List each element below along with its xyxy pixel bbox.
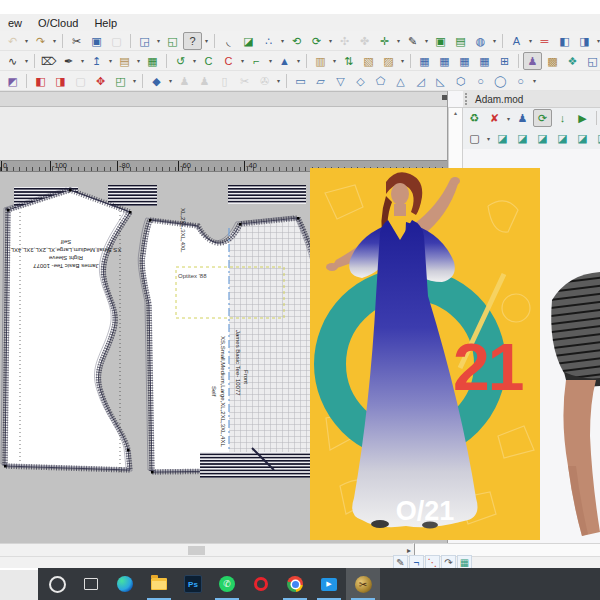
optitex-button[interactable]: ✂: [346, 568, 380, 600]
ghost-cut-icon[interactable]: ✂: [235, 72, 254, 90]
dropdown-caret-icon[interactable]: ▾: [79, 57, 86, 64]
dropdown-caret-icon[interactable]: ▾: [267, 57, 274, 64]
shape-left-triangle-icon[interactable]: ◺: [431, 72, 450, 90]
remove-cloth-icon[interactable]: ✘: [485, 109, 504, 127]
file-explorer-button[interactable]: [142, 568, 176, 600]
measurement-table-icon[interactable]: ▦: [435, 52, 454, 70]
sync-3d-icon[interactable]: ⟳: [533, 109, 552, 127]
undo-icon[interactable]: ↶: [3, 32, 22, 50]
pin-tool-icon[interactable]: ✇: [255, 72, 274, 90]
refresh-cloth-icon[interactable]: ♻: [465, 109, 484, 127]
globe-icon[interactable]: ◍: [471, 32, 490, 50]
shape-ellipse-icon[interactable]: ◯: [491, 72, 510, 90]
cut-icon[interactable]: ✂: [67, 32, 86, 50]
render-poster[interactable]: 21 O/21: [310, 168, 540, 540]
cube-tool-1-icon[interactable]: ◪: [493, 129, 512, 147]
curve-c2-icon[interactable]: C: [219, 52, 238, 70]
stamp-icon[interactable]: ✣: [335, 32, 354, 50]
grid-box-icon[interactable]: ▦: [143, 52, 162, 70]
dropdown-caret-icon[interactable]: ▾: [51, 37, 58, 44]
dropdown-caret-icon[interactable]: ▾: [399, 57, 406, 64]
notch-tool-icon[interactable]: ✎: [393, 555, 408, 569]
window-tool-icon[interactable]: ◱: [583, 52, 600, 70]
piece-fold-icon[interactable]: ◧: [555, 32, 574, 50]
doc-lines-icon[interactable]: ▥: [311, 52, 330, 70]
fabric-grid-icon[interactable]: ▩: [543, 52, 562, 70]
add-point-icon[interactable]: ✛: [375, 32, 394, 50]
dropdown-caret-icon[interactable]: ▾: [531, 77, 538, 84]
dropdown-caret-icon[interactable]: ▾: [527, 37, 534, 44]
chrome-button[interactable]: [278, 568, 312, 600]
swap-vertical-icon[interactable]: ⇅: [339, 52, 358, 70]
new-piece-icon[interactable]: ▤: [451, 32, 470, 50]
thread-needle-icon[interactable]: ↷: [441, 555, 456, 569]
cube-tool-3-icon[interactable]: ◪: [533, 129, 552, 147]
avatar-striped-tee[interactable]: [540, 268, 600, 543]
scrollbar-thumb[interactable]: [188, 546, 205, 555]
dropdown-caret-icon[interactable]: ▾: [155, 37, 162, 44]
menu-item-ocloud[interactable]: O/Cloud: [30, 16, 86, 30]
avatar-doc-icon[interactable]: ♟: [513, 109, 532, 127]
new-doc-icon[interactable]: ▤: [115, 52, 134, 70]
shape-rect-icon[interactable]: ▭: [291, 72, 310, 90]
paste-icon[interactable]: ▢: [107, 32, 126, 50]
walk-pieces-icon[interactable]: ♟: [175, 72, 194, 90]
dropdown-caret-icon[interactable]: ▾: [395, 37, 402, 44]
drop-cloth-icon[interactable]: ↓: [553, 109, 572, 127]
seam-outer-icon[interactable]: ⟲: [287, 32, 306, 50]
shape-oval-icon[interactable]: ○: [511, 72, 530, 90]
dropdown-caret-icon[interactable]: ▾: [135, 57, 142, 64]
shape-hexagon-icon[interactable]: ⬡: [451, 72, 470, 90]
redo-icon[interactable]: ↷: [31, 32, 50, 50]
move-point-icon[interactable]: ↥: [87, 52, 106, 70]
rotate-ccw-icon[interactable]: ↺: [171, 52, 190, 70]
cube-tool-4-icon[interactable]: ◪: [553, 129, 572, 147]
photoshop-button[interactable]: Ps: [176, 568, 210, 600]
horizontal-scrollbar[interactable]: ▸: [0, 543, 413, 556]
dropdown-caret-icon[interactable]: ▾: [295, 57, 302, 64]
dropdown-caret-icon[interactable]: ▾: [331, 57, 338, 64]
dropdown-caret-icon[interactable]: ▾: [203, 37, 210, 44]
plot-points-icon[interactable]: ∴: [259, 32, 278, 50]
dropdown-caret-icon[interactable]: ▾: [595, 37, 600, 44]
sewing-machine-icon[interactable]: ¬: [409, 555, 424, 569]
fabric-table-icon[interactable]: ▦: [457, 555, 472, 569]
stitch-line-icon[interactable]: ⋱: [425, 555, 440, 569]
copy-piece-icon[interactable]: ▣: [431, 32, 450, 50]
wave-curve-icon[interactable]: ∿: [3, 52, 22, 70]
simulate-icon[interactable]: ▶: [573, 109, 592, 127]
front-piece[interactable]: Optitex '88 James Basic Tee- 10077 Front…: [138, 208, 323, 473]
dropdown-caret-icon[interactable]: ▾: [485, 135, 492, 142]
edge-button[interactable]: [108, 568, 142, 600]
media-player-button[interactable]: ▶: [312, 568, 346, 600]
dropdown-caret-icon[interactable]: ▾: [491, 37, 498, 44]
menu-item-help[interactable]: Help: [86, 16, 125, 30]
dropdown-caret-icon[interactable]: ▾: [23, 57, 30, 64]
seam-inner-icon[interactable]: ⟳: [307, 32, 326, 50]
adam-panel-header[interactable]: Adam.mod: [463, 91, 600, 108]
cortana-button[interactable]: [40, 568, 74, 600]
shaded-piece-icon[interactable]: ◪: [239, 32, 258, 50]
doc-hatch-icon[interactable]: ▧: [359, 52, 378, 70]
import-icon[interactable]: ◲: [135, 32, 154, 50]
whatsapp-button[interactable]: ✆: [210, 568, 244, 600]
doc-hatch2-icon[interactable]: ▨: [379, 52, 398, 70]
cube-tool-2-icon[interactable]: ◪: [513, 129, 532, 147]
export-icon[interactable]: ◱: [163, 32, 182, 50]
cube-tool-6-icon[interactable]: ◪: [593, 129, 600, 147]
task-view-button[interactable]: [74, 568, 108, 600]
red-piece-icon[interactable]: ◧: [31, 72, 50, 90]
calculator-icon[interactable]: ⊞: [495, 52, 514, 70]
select-3d-icon[interactable]: ▢: [465, 129, 484, 147]
dropdown-caret-icon[interactable]: ▾: [239, 57, 246, 64]
curve-c-icon[interactable]: C: [199, 52, 218, 70]
copy-icon[interactable]: ▣: [87, 32, 106, 50]
piece-corner-icon[interactable]: ◩: [3, 72, 22, 90]
delete-icon[interactable]: ⌦: [39, 52, 58, 70]
dropdown-caret-icon[interactable]: ▾: [191, 57, 198, 64]
shape-trapezoid-icon[interactable]: ▽: [331, 72, 350, 90]
dart-icon[interactable]: ▲: [275, 52, 294, 70]
dropdown-caret-icon[interactable]: ▾: [131, 77, 138, 84]
annotate-icon[interactable]: A: [507, 32, 526, 50]
curve-graph-icon[interactable]: ◟: [219, 32, 238, 50]
